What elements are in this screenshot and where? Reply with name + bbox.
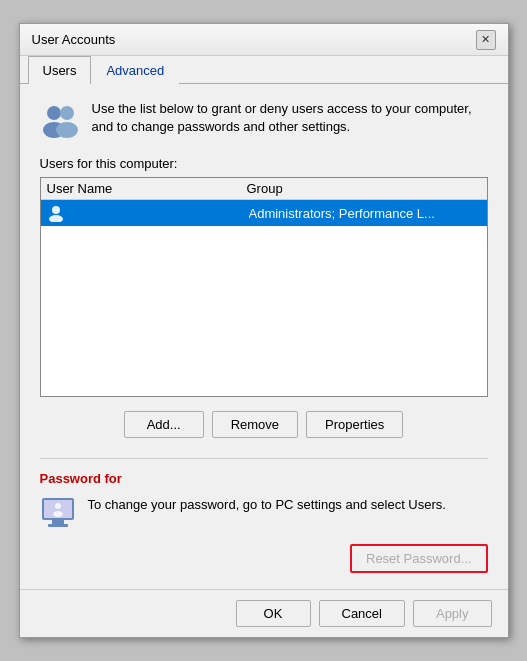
svg-point-3 [56,122,78,138]
table-row[interactable]: Administrators; Performance L... [41,200,487,226]
table-header: User Name Group [41,178,487,200]
tab-users[interactable]: Users [28,56,92,84]
password-row: To change your password, go to PC settin… [40,496,488,532]
ok-button[interactable]: OK [236,600,311,627]
column-header-username: User Name [47,181,247,196]
users-section-label: Users for this computer: [40,156,488,171]
apply-button[interactable]: Apply [413,600,492,627]
user-row-group: Administrators; Performance L... [249,206,481,221]
tab-advanced[interactable]: Advanced [91,56,179,84]
user-table: User Name Group Administrators; Performa… [40,177,488,397]
user-row-icon [47,204,65,222]
description-row: Use the list below to grant or deny user… [40,100,488,140]
column-header-group: Group [247,181,481,196]
description-text: Use the list below to grant or deny user… [92,100,488,136]
svg-point-0 [47,106,61,120]
close-button[interactable]: ✕ [476,30,496,50]
svg-rect-8 [52,520,64,524]
title-bar: User Accounts ✕ [20,24,508,56]
svg-point-10 [55,503,61,509]
user-accounts-dialog: User Accounts ✕ Users Advanced Use the l… [19,23,509,638]
dialog-title: User Accounts [32,32,116,47]
svg-point-2 [60,106,74,120]
main-content: Use the list below to grant or deny user… [20,84,508,589]
password-section-title: Password for [40,471,488,486]
svg-rect-9 [48,524,68,527]
cancel-button[interactable]: Cancel [319,600,405,627]
remove-button[interactable]: Remove [212,411,298,438]
password-section: Password for To change your password, go… [40,458,488,573]
computer-icon [40,496,76,532]
password-description: To change your password, go to PC settin… [88,496,488,514]
properties-button[interactable]: Properties [306,411,403,438]
svg-point-4 [52,206,60,214]
users-icon [40,100,80,140]
svg-point-5 [49,215,63,222]
tab-bar: Users Advanced [20,56,508,84]
table-actions: Add... Remove Properties [40,411,488,438]
svg-point-11 [53,511,63,517]
add-button[interactable]: Add... [124,411,204,438]
dialog-footer: OK Cancel Apply [20,589,508,637]
reset-password-button[interactable]: Reset Password... [350,544,488,573]
